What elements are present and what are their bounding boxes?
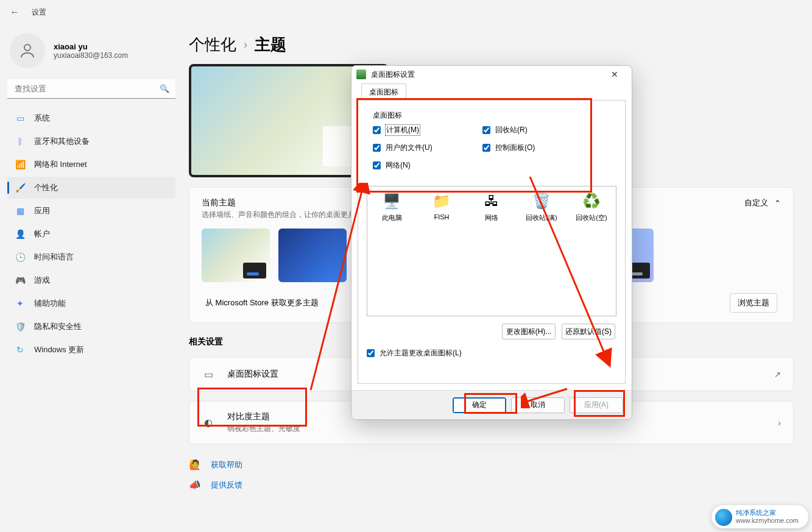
help-link[interactable]: 🙋获取帮助 bbox=[189, 459, 794, 470]
nav-apps[interactable]: ▦应用 bbox=[7, 200, 175, 222]
sidebar: xiaoai yu yuxiaoai830@163.com 🔍 ▭系统 ᛒ蓝牙和… bbox=[0, 24, 183, 532]
group-label: 桌面图标 bbox=[372, 110, 403, 121]
customize-toggle[interactable]: 自定义 ⌃ bbox=[744, 197, 781, 208]
network-icon: 🖧 bbox=[482, 191, 501, 211]
avatar bbox=[10, 33, 45, 68]
update-icon: ↻ bbox=[15, 344, 26, 355]
nav-accounts[interactable]: 👤帐户 bbox=[7, 223, 175, 245]
recycle-full-icon: 🗑️ bbox=[532, 191, 551, 211]
desktop-icon: ▭ bbox=[202, 367, 215, 381]
change-icon-button[interactable]: 更改图标(H)... bbox=[502, 324, 556, 339]
icon-preview-list[interactable]: 🖥️此电脑 📁FISH 🖧网络 🗑️回收站(满) ♻️回收站(空) bbox=[367, 186, 616, 316]
icon-network[interactable]: 🖧网络 bbox=[470, 191, 514, 311]
theme-thumb-2[interactable] bbox=[278, 229, 347, 282]
tab-desktop-icons[interactable]: 桌面图标 bbox=[361, 83, 406, 101]
desktop-icon-settings-dialog: 桌面图标设置 ✕ 桌面图标 桌面图标 计算机(M) 回收站(R) 用户的文件(U… bbox=[351, 65, 632, 420]
breadcrumb: 个性化 › 主题 bbox=[189, 30, 794, 64]
apply-button[interactable]: 应用(A) bbox=[570, 397, 623, 413]
browse-themes-button[interactable]: 浏览主题 bbox=[730, 293, 777, 313]
profile-name: xiaoai yu bbox=[54, 42, 128, 51]
app-title: 设置 bbox=[32, 7, 46, 18]
icon-user-folder[interactable]: 📁FISH bbox=[420, 191, 464, 311]
svg-point-0 bbox=[24, 44, 30, 51]
breadcrumb-parent[interactable]: 个性化 bbox=[189, 34, 236, 55]
recycle-empty-icon: ♻️ bbox=[582, 191, 601, 211]
icon-recycle-full[interactable]: 🗑️回收站(满) bbox=[520, 191, 563, 311]
check-control-panel[interactable]: 控制面板(O) bbox=[482, 143, 592, 153]
nav-privacy[interactable]: 🛡️隐私和安全性 bbox=[7, 316, 175, 338]
nav-bluetooth[interactable]: ᛒ蓝牙和其他设备 bbox=[7, 130, 175, 152]
display-icon: ▭ bbox=[15, 113, 26, 124]
back-button[interactable]: ← bbox=[7, 5, 22, 20]
chevron-right-icon: › bbox=[778, 418, 781, 428]
nav-system[interactable]: ▭系统 bbox=[7, 107, 175, 129]
watermark: 纯净系统之家 www.kzmyhome.com bbox=[711, 505, 808, 528]
check-network[interactable]: 网络(N) bbox=[373, 160, 482, 171]
bluetooth-icon: ᛒ bbox=[15, 136, 26, 147]
help-icon: 🙋 bbox=[189, 459, 201, 470]
dialog-tabpage: 桌面图标 计算机(M) 回收站(R) 用户的文件(U) 控制面板(O) 网络(N… bbox=[358, 100, 626, 384]
dialog-title: 桌面图标设置 bbox=[371, 69, 602, 80]
wifi-icon: 📶 bbox=[15, 159, 26, 170]
search-box[interactable]: 🔍 bbox=[7, 79, 175, 99]
nav-time[interactable]: 🕒时间和语言 bbox=[7, 246, 175, 268]
apps-icon: ▦ bbox=[15, 205, 26, 216]
nav-network[interactable]: 📶网络和 Internet bbox=[7, 154, 175, 176]
brush-icon: 🖌️ bbox=[15, 182, 26, 193]
chevron-up-icon: ⌃ bbox=[774, 199, 781, 208]
feedback-icon: 📣 bbox=[189, 479, 201, 491]
current-theme-subtitle: 选择墙纸、声音和颜色的组合，让你的桌面更具个性 bbox=[202, 210, 370, 220]
theme-thumb-1[interactable]: .th:nth-child(1) .th-tb::after{backgroun… bbox=[202, 229, 270, 282]
close-button[interactable]: ✕ bbox=[602, 66, 627, 83]
feedback-link[interactable]: 📣提供反馈 bbox=[189, 479, 794, 491]
external-link-icon: ↗ bbox=[774, 370, 781, 379]
person-icon: 👤 bbox=[15, 229, 26, 239]
check-recycle-bin[interactable]: 回收站(R) bbox=[482, 125, 592, 135]
nav-accessibility[interactable]: ✦辅助功能 bbox=[7, 293, 175, 314]
search-icon: 🔍 bbox=[160, 84, 169, 93]
icon-this-pc[interactable]: 🖥️此电脑 bbox=[370, 191, 414, 311]
icon-recycle-empty[interactable]: ♻️回收站(空) bbox=[570, 191, 613, 311]
globe-icon: 🕒 bbox=[15, 252, 26, 263]
check-computer[interactable]: 计算机(M) bbox=[373, 125, 482, 135]
shield-icon: 🛡️ bbox=[15, 321, 26, 332]
cancel-button[interactable]: 取消 bbox=[511, 397, 565, 413]
profile-email: yuxiaoai830@163.com bbox=[54, 51, 128, 60]
search-input[interactable] bbox=[7, 79, 175, 99]
current-theme-title: 当前主题 bbox=[202, 197, 370, 208]
dialog-titlebar[interactable]: 桌面图标设置 ✕ bbox=[351, 66, 632, 83]
folder-icon: 📁 bbox=[432, 191, 451, 211]
profile-block[interactable]: xiaoai yu yuxiaoai830@163.com bbox=[7, 29, 175, 77]
restore-defaults-button[interactable]: 还原默认值(S) bbox=[562, 324, 615, 339]
allow-theme-change-check[interactable]: 允许主题更改桌面图标(L) bbox=[367, 348, 462, 358]
accessibility-icon: ✦ bbox=[15, 298, 26, 309]
check-user-files[interactable]: 用户的文件(U) bbox=[373, 143, 482, 153]
nav-list: ▭系统 ᛒ蓝牙和其他设备 📶网络和 Internet 🖌️个性化 ▦应用 👤帐户… bbox=[7, 107, 175, 361]
nav-update[interactable]: ↻Windows 更新 bbox=[7, 339, 175, 361]
store-text: 从 Microsoft Store 获取更多主题 bbox=[205, 297, 319, 308]
dialog-icon bbox=[356, 69, 366, 79]
nav-gaming[interactable]: 🎮游戏 bbox=[7, 269, 175, 291]
nav-personalization[interactable]: 🖌️个性化 bbox=[7, 177, 175, 199]
breadcrumb-current: 主题 bbox=[255, 34, 286, 55]
gamepad-icon: 🎮 bbox=[15, 275, 26, 286]
ok-button[interactable]: 确定 bbox=[453, 397, 506, 413]
chevron-right-icon: › bbox=[244, 38, 247, 51]
pc-icon: 🖥️ bbox=[382, 191, 401, 211]
contrast-icon: ◐ bbox=[202, 416, 215, 430]
